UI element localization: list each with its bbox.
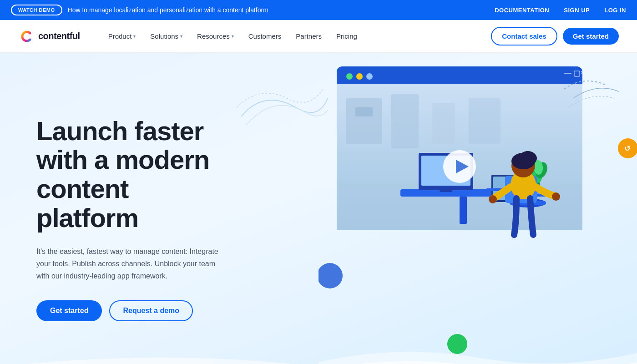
- svg-point-39: [489, 195, 497, 203]
- log-in-link[interactable]: LOG IN: [604, 7, 626, 14]
- svg-point-38: [519, 151, 537, 166]
- resources-chevron-icon: ▾: [232, 34, 234, 39]
- hero-subtitle: It's the easiest, fastest way to manage …: [36, 245, 228, 283]
- nav-item-pricing[interactable]: Pricing: [330, 29, 364, 44]
- watch-demo-button[interactable]: WATCH DEMO: [11, 5, 62, 15]
- svg-text:↺: ↺: [624, 145, 630, 152]
- documentation-link[interactable]: DOCUMENTATION: [495, 7, 549, 14]
- nav-links: Product ▾ Solutions ▾ Resources ▾ Custom…: [102, 29, 491, 44]
- banner-nav-links: DOCUMENTATION SIGN UP LOG IN: [495, 7, 626, 14]
- logo-text: contentful: [38, 31, 80, 41]
- solutions-chevron-icon: ▾: [180, 34, 182, 39]
- hero-title: Launch faster with a modern content plat…: [36, 116, 237, 233]
- navbar: contentful Product ▾ Solutions ▾ Resourc…: [0, 20, 637, 53]
- sign-up-link[interactable]: SIGN UP: [564, 7, 590, 14]
- svg-rect-13: [391, 94, 419, 148]
- svg-rect-5: [564, 73, 571, 74]
- svg-rect-22: [440, 190, 452, 192]
- svg-rect-14: [432, 103, 455, 144]
- hero-buttons: Get started Request a demo: [36, 300, 237, 321]
- svg-point-2: [346, 73, 353, 80]
- svg-rect-12: [355, 107, 373, 116]
- nav-item-resources[interactable]: Resources ▾: [191, 29, 240, 44]
- nav-item-product[interactable]: Product ▾: [102, 29, 142, 44]
- hero-content: Launch faster with a modern content plat…: [0, 89, 273, 349]
- hero-get-started-button[interactable]: Get started: [36, 300, 102, 321]
- svg-point-43: [318, 263, 343, 288]
- logo-icon: [18, 28, 35, 45]
- top-banner: WATCH DEMO How to manage localization an…: [0, 0, 637, 20]
- logo[interactable]: contentful: [18, 28, 80, 45]
- nav-item-solutions[interactable]: Solutions ▾: [144, 29, 189, 44]
- hero-svg: ↺: [318, 53, 637, 364]
- hero-section: Launch faster with a modern content plat…: [0, 53, 637, 364]
- svg-rect-15: [469, 98, 500, 144]
- svg-point-3: [356, 73, 363, 80]
- product-chevron-icon: ▾: [133, 34, 136, 39]
- nav-item-partners[interactable]: Partners: [289, 29, 328, 44]
- svg-point-4: [366, 73, 373, 80]
- svg-rect-11: [346, 98, 382, 144]
- get-started-nav-button[interactable]: Get started: [563, 28, 619, 45]
- contact-sales-button[interactable]: Contact sales: [491, 27, 557, 46]
- hero-request-demo-button[interactable]: Request a demo: [109, 300, 193, 321]
- nav-item-customers[interactable]: Customers: [242, 29, 288, 44]
- svg-point-0: [18, 28, 35, 45]
- svg-rect-18: [460, 197, 467, 224]
- banner-announcement: How to manage localization and personali…: [68, 6, 490, 14]
- svg-point-44: [447, 334, 467, 354]
- nav-cta-area: Contact sales Get started: [491, 27, 619, 46]
- hero-illustration: ↺: [318, 53, 637, 364]
- svg-point-40: [552, 192, 560, 201]
